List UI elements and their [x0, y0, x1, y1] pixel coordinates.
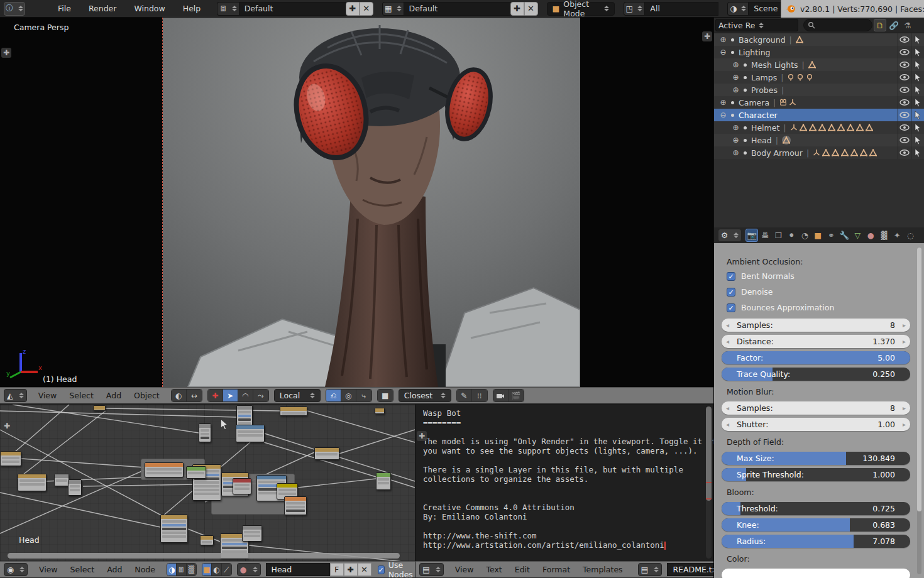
unlink-material-button[interactable]: ✕ [358, 563, 371, 576]
new-material-button[interactable]: ✚ [344, 563, 358, 576]
menu-window[interactable]: Window [126, 1, 172, 16]
expand-icon[interactable]: ⊕ [732, 73, 740, 82]
selectable-cursor-icon[interactable] [911, 58, 924, 71]
selectable-cursor-icon[interactable] [911, 71, 924, 84]
selectable-cursor-icon[interactable] [911, 146, 924, 159]
fake-user-button[interactable]: F [330, 563, 344, 576]
screen-layout-field[interactable]: Default [239, 2, 346, 16]
dots-icon[interactable]: ⁝⁝ [472, 390, 487, 401]
shader-node[interactable] [284, 496, 307, 515]
manipulate-centers-icon[interactable]: ↔ [187, 390, 202, 401]
hide-eye-icon[interactable] [898, 121, 911, 134]
hide-eye-icon[interactable] [898, 134, 911, 146]
scene-layout-field[interactable]: Default [404, 2, 510, 16]
shader-node[interactable] [199, 423, 211, 442]
shader-node[interactable] [314, 447, 339, 460]
shader-node[interactable] [376, 472, 391, 490]
scale-gizmo-icon[interactable]: ⤳ [253, 390, 268, 401]
layout-icon[interactable]: ▦ [382, 2, 404, 16]
menu-help[interactable]: Help [175, 1, 209, 16]
outliner-item-lighting[interactable]: ⊖Lighting [714, 46, 924, 58]
hide-eye-icon[interactable] [898, 58, 911, 71]
text-datablock-button[interactable]: ▤ [638, 563, 663, 576]
outliner-item-label[interactable]: Helmet [751, 123, 779, 133]
properties-vscrollbar[interactable] [917, 248, 921, 574]
slot-world-icon[interactable]: ◐ [212, 564, 221, 575]
outliner-item-camera[interactable]: ⊕Camera| [714, 96, 924, 109]
shader-node[interactable] [200, 535, 214, 545]
material-preview-button[interactable]: ● [237, 563, 261, 576]
checkbox-denoise[interactable]: ✓Denoise [727, 287, 910, 297]
outliner-item-label[interactable]: Body Armour [751, 148, 803, 158]
menu-select[interactable]: Select [64, 562, 101, 577]
shader-node[interactable] [236, 425, 265, 442]
slider-spritethreshold[interactable]: Sprite Threshold:1.000 [722, 468, 910, 481]
menu-add[interactable]: Add [101, 562, 128, 577]
snap-magnet-icon[interactable]: ⎌ [326, 390, 341, 401]
snap-element-cube-icon[interactable]: ■ [378, 390, 393, 401]
slider-shutter[interactable]: ◂▸Shutter:1.00 [722, 418, 910, 431]
node-sidebar-expand-button[interactable]: ✚ [2, 421, 12, 431]
menu-render[interactable]: Render [81, 1, 124, 16]
outliner-item-label[interactable]: Camera [739, 98, 769, 107]
rotate-gizmo-icon[interactable]: ◠ [238, 390, 253, 401]
menu-view[interactable]: View [449, 562, 480, 577]
outliner-search-input[interactable] [803, 19, 872, 31]
slider-samples[interactable]: ◂▸Samples:8 [722, 319, 910, 332]
selectable-cursor-icon[interactable] [911, 134, 924, 146]
scene-icon[interactable]: ◑ [727, 2, 748, 16]
hide-eye-icon[interactable] [898, 33, 911, 46]
expand-icon[interactable]: ⊕ [719, 98, 727, 107]
outliner-item-background[interactable]: ⊕Background| [714, 33, 924, 46]
slot-cube-icon[interactable]: ■ [202, 564, 212, 575]
delete-layout-button[interactable]: ✕ [524, 2, 538, 16]
properties-tab-view-layer[interactable]: ❐ [772, 229, 784, 242]
display-filter-field[interactable]: All [644, 2, 718, 16]
hide-eye-icon[interactable] [898, 84, 911, 96]
outliner-item-label[interactable]: Probes [751, 85, 778, 95]
slider-tracequality[interactable]: Trace Quality:0.250 [722, 368, 910, 381]
collapse-icon[interactable]: ⊖ [719, 48, 727, 57]
selectable-cursor-icon[interactable] [911, 46, 924, 58]
shader-node[interactable] [160, 515, 188, 543]
outliner-item-mesh-lights[interactable]: ⊕Mesh Lights| [714, 58, 924, 71]
orientation-dropdown[interactable]: Local [274, 389, 321, 402]
editor-type-node-button[interactable]: ◉ [4, 563, 28, 576]
shader-world-icon[interactable]: 🗏 [177, 564, 186, 575]
shader-node[interactable] [233, 478, 251, 494]
delete-screen-button[interactable]: ✕ [360, 2, 373, 16]
outliner-item-helmet[interactable]: ⊕Helmet| [714, 121, 924, 134]
outliner-item-body-armour[interactable]: ⊕Body Armour| [714, 146, 924, 159]
outliner-item-label[interactable]: Lighting [739, 48, 771, 57]
shader-node[interactable] [54, 474, 69, 486]
text-editor[interactable]: Wasp Bot ======== The model is using "On… [415, 404, 713, 561]
editor-type-3dview-button[interactable]: ◭ [4, 389, 27, 402]
filter-options-icon[interactable]: ⚗ [901, 19, 914, 31]
outliner-item-head[interactable]: ⊕Head| [714, 134, 924, 146]
slider-distance[interactable]: ◂▸Distance:1.370 [722, 335, 910, 348]
properties-tab-data[interactable]: ▽ [851, 229, 864, 242]
checkbox-bounces-approximation[interactable]: ✓Bounces Approximation [727, 303, 910, 312]
outliner-item-label[interactable]: Character [739, 111, 778, 120]
properties-tab-render[interactable]: 📷 [745, 229, 758, 242]
checkbox-icon[interactable]: ✓ [727, 272, 735, 281]
shader-node[interactable] [375, 408, 385, 414]
expand-icon[interactable]: ⊕ [732, 123, 740, 132]
menu-object[interactable]: Object [128, 388, 166, 403]
text-sidebar-expand-button[interactable]: ✚ [417, 431, 427, 441]
select-tool-icon[interactable]: ➤ [223, 390, 238, 401]
outliner-item-label[interactable]: Head [751, 136, 772, 145]
outliner-item-label[interactable]: Background [739, 35, 786, 45]
menu-view[interactable]: View [32, 388, 63, 403]
hide-eye-icon[interactable] [898, 46, 911, 58]
brush-icon[interactable]: ✎ [457, 390, 472, 401]
sidebar-expand-button[interactable]: ✚ [702, 31, 712, 41]
outliner-item-label[interactable]: Lamps [751, 73, 777, 82]
filter-icon[interactable]: ◳ [624, 2, 645, 16]
use-nodes-checkbox[interactable]: ✓ [378, 565, 385, 574]
expand-icon[interactable]: ⊕ [732, 136, 740, 144]
shader-linestyle-icon[interactable]: ▒ [187, 564, 196, 575]
hide-eye-icon[interactable] [898, 109, 911, 121]
slider-radius[interactable]: Radius:7.078 [722, 535, 910, 548]
outliner-item-label[interactable]: Mesh Lights [751, 60, 798, 70]
